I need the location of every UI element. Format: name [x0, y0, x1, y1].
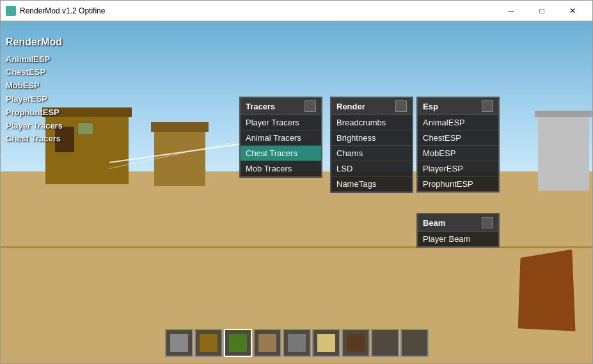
beam-header: Beam [418, 214, 498, 232]
sidebar-item-mobesp[interactable]: MobESP [6, 79, 63, 93]
window-title: RenderMod v1.2 Optifine [20, 6, 496, 15]
esp-checkbox[interactable] [482, 100, 493, 112]
render-title: Render [336, 102, 365, 111]
sidebar-item-prophuntesp[interactable]: ProphuntESP [6, 106, 63, 120]
beam-panel: Beam Player Beam [416, 213, 500, 248]
minimize-button[interactable]: ─ [496, 1, 526, 21]
nametags-item[interactable]: NameTags [331, 177, 412, 192]
esp-title: Esp [423, 102, 438, 111]
tracers-header: Tracers [241, 98, 321, 115]
hotbar-slot-3[interactable] [253, 329, 281, 357]
game-viewport: RenderMod AnimalESP ChestESP MobESP Play… [1, 21, 592, 363]
esp-animalesp-item[interactable]: AnimalESP [418, 115, 498, 131]
hotbar-item-planks [258, 334, 276, 352]
chams-item[interactable]: Chams [331, 146, 412, 161]
animal-tracers-item[interactable]: Animal Tracers [241, 131, 321, 146]
window-controls: ─ □ ✕ [496, 1, 587, 21]
render-checkbox[interactable] [395, 100, 407, 112]
hotbar-item-sand [317, 334, 335, 352]
chest-tracers-item[interactable]: Chest Tracers [241, 146, 321, 161]
hotbar-slot-2[interactable] [224, 329, 252, 357]
mob-tracers-item[interactable]: Mob Tracers [241, 161, 321, 177]
esp-mobesp-item[interactable]: MobESP [418, 146, 498, 161]
app-icon [6, 6, 16, 16]
building-right-roof [535, 111, 592, 117]
esp-panel: Esp AnimalESP ChestESP MobESP PlayerESP … [416, 97, 500, 193]
render-panel: Render Breadcrumbs Brightness Chams LSD … [330, 97, 413, 193]
beam-checkbox[interactable] [482, 217, 493, 228]
hotbar-item-stone [170, 334, 188, 352]
close-button[interactable]: ✕ [558, 1, 587, 21]
hotbar-slot-0[interactable] [165, 329, 193, 357]
render-header: Render [331, 98, 412, 115]
brightness-item[interactable]: Brightness [331, 131, 412, 146]
app-window: RenderMod v1.2 Optifine ─ □ ✕ [0, 0, 593, 364]
tracers-panel: Tracers Player Tracers Animal Tracers Ch… [239, 97, 322, 178]
player-beam-item[interactable]: Player Beam [418, 232, 498, 246]
hotbar-slot-6[interactable] [342, 329, 370, 357]
mod-name: RenderMod [6, 34, 63, 51]
sidebar-item-player-tracers[interactable]: Player Tracers [6, 120, 63, 133]
sidebar-item-animalesp[interactable]: AnimalESP [6, 53, 63, 67]
maximize-button[interactable]: □ [527, 1, 557, 21]
hotbar-slot-5[interactable] [312, 329, 340, 357]
hotbar-item-log [347, 334, 365, 352]
sidebar-overlay: RenderMod AnimalESP ChestESP MobESP Play… [6, 34, 63, 146]
building-window [77, 122, 93, 135]
tracers-title: Tracers [246, 102, 275, 111]
ground-line [1, 246, 592, 248]
held-item [518, 249, 576, 331]
sidebar-item-playeresp[interactable]: PlayerESP [6, 93, 63, 106]
lsd-item[interactable]: LSD [331, 161, 412, 177]
tracers-checkbox[interactable] [304, 100, 316, 112]
sidebar-item-chest-tracers[interactable]: Chest Tracers [6, 132, 63, 146]
hotbar-item-cobble [288, 334, 306, 352]
hotbar-slot-4[interactable] [283, 329, 311, 357]
building-right [538, 114, 589, 191]
hotbar-slot-7[interactable] [371, 329, 399, 357]
beam-title: Beam [423, 218, 445, 228]
hotbar-item-grass [229, 334, 247, 352]
breadcrumbs-item[interactable]: Breadcrumbs [331, 115, 412, 131]
hotbar-slot-8[interactable] [400, 329, 429, 357]
hotbar [165, 329, 429, 357]
held-item-container [516, 251, 573, 328]
titlebar: RenderMod v1.2 Optifine ─ □ ✕ [1, 1, 592, 21]
sidebar-item-chestesp[interactable]: ChestESP [6, 66, 63, 79]
player-tracers-item[interactable]: Player Tracers [241, 115, 321, 131]
hotbar-slot-1[interactable] [194, 329, 223, 357]
esp-chestesp-item[interactable]: ChestESP [418, 131, 498, 146]
esp-header: Esp [418, 98, 498, 115]
hotbar-item-dirt [200, 334, 217, 352]
esp-prophuntesp-item[interactable]: ProphuntESP [418, 177, 498, 191]
building-2-roof [151, 122, 209, 132]
esp-playeresp-item[interactable]: PlayerESP [418, 161, 498, 177]
